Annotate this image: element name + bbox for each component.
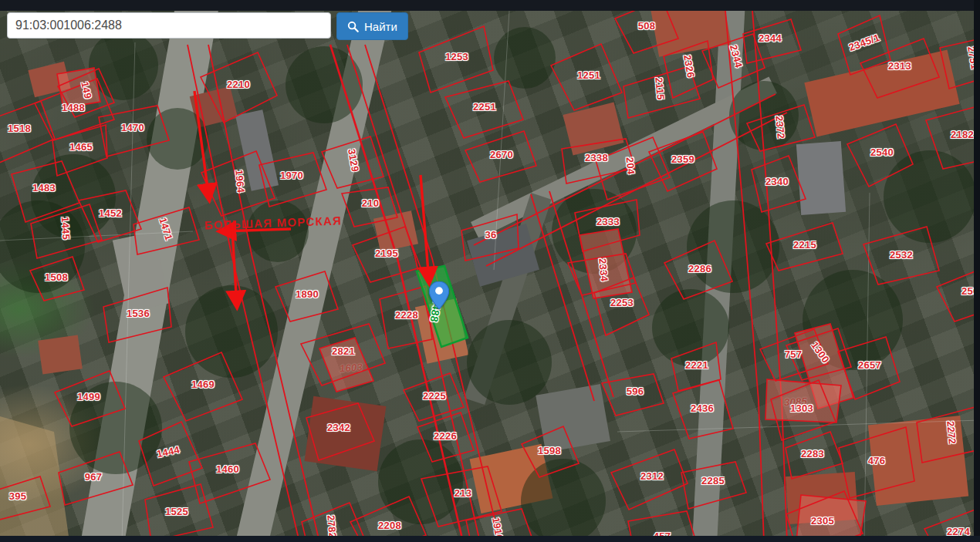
parcel-label: 395 <box>9 491 27 501</box>
parcel-label: 2359 <box>671 154 694 164</box>
top-chrome-bar <box>0 0 980 11</box>
parcel-label: 2372 <box>774 115 786 139</box>
parcel-label: 2342 <box>327 422 350 433</box>
parcel-label: 1253 <box>445 52 468 62</box>
parcel-label: 1452 <box>99 208 122 218</box>
parcel-label: 2228 <box>395 310 418 320</box>
parcel-label: 2340 <box>765 177 789 187</box>
parcel-label: 2195 <box>375 248 398 258</box>
parcel-label: 2312 <box>640 471 664 481</box>
parcel-label: 2334 <box>597 258 610 281</box>
parcel-label: 2182 <box>951 130 974 140</box>
parcel-label: 2221 <box>685 360 708 370</box>
cadastral-number-input[interactable] <box>7 12 331 39</box>
parcel-label: 2274 <box>947 527 970 537</box>
search-button-label: Найти <box>364 20 397 33</box>
parcel-label: 2285 <box>701 476 725 486</box>
magnifier-icon <box>347 21 359 32</box>
parcel-label: 2333 <box>596 217 620 227</box>
parcel-label: 1303 <box>790 403 813 413</box>
parcel-label: 2313 <box>888 61 911 71</box>
parcel-label: 508 <box>638 21 656 31</box>
parcel-label: 1525 <box>165 507 188 517</box>
parcel-label: 1970 <box>280 170 303 180</box>
search-button[interactable]: Найти <box>336 12 408 40</box>
parcel-label: 2670 <box>490 150 513 160</box>
parcel-label: 1469 <box>191 379 215 389</box>
parcel-label: 2657 <box>858 360 881 370</box>
parcel-label: 204 <box>625 157 637 175</box>
parcel-label: 1598 <box>538 446 561 456</box>
parcel-label: 2532 <box>890 250 913 260</box>
parcel-label: 476 <box>868 456 886 466</box>
parcel-label: 1890 <box>296 289 319 299</box>
parcel-label: 36 <box>485 230 496 240</box>
parcel-label: 1518 <box>8 123 31 133</box>
cadastral-map-app: 1491488151814701465148314521445147122101… <box>0 0 980 542</box>
search-bar: Найти <box>7 12 408 40</box>
bottom-chrome-bar <box>0 536 980 542</box>
parcel-label: 2208 <box>378 520 401 530</box>
parcel-label: 1460 <box>216 464 239 474</box>
parcel-label: 596 <box>627 386 644 396</box>
parcel-label: 2225 <box>423 391 446 401</box>
parcel-label: 2782 <box>326 514 338 538</box>
parcel-label: 2540 <box>870 147 894 157</box>
parcel-label: 1964 <box>234 169 246 193</box>
parcel-label: 213 <box>455 488 472 498</box>
parcel-label: 1603 <box>340 362 363 373</box>
parcel-label: 1536 <box>127 308 150 318</box>
parcel-label: 1483 <box>32 183 56 193</box>
parcel-label: 1508 <box>45 272 68 282</box>
location-pin-icon <box>429 281 449 309</box>
parcel-label: 2251 <box>473 102 496 112</box>
parcel-label: 2210 <box>227 79 250 89</box>
parcel-label: 2436 <box>691 403 714 413</box>
parcel-label: 1470 <box>121 123 144 133</box>
parcel-label: 2226 <box>434 431 457 441</box>
parcel-label: 1465 <box>69 142 93 152</box>
parcel-label: 1445 <box>60 217 72 241</box>
parcel-label: 2344 <box>759 33 782 43</box>
parcel-label: 2115 <box>654 77 666 100</box>
parcel-label: 2215 <box>793 240 816 250</box>
parcel-label: 2283 <box>801 449 824 459</box>
parcel-label: 967 <box>85 472 103 482</box>
parcel-label: 1488 <box>62 103 85 113</box>
parcel-label: 2272 <box>945 420 958 444</box>
parcel-label: 2253 <box>610 298 634 308</box>
parcel-label: 757 <box>785 349 803 359</box>
parcel-label: 2821 <box>332 346 355 356</box>
parcel-label: 2305 <box>811 516 834 526</box>
parcel-label: 2338 <box>585 153 608 163</box>
parcel-label: 210 <box>362 198 380 208</box>
parcel-label: 1499 <box>77 392 100 402</box>
cadastral-overlay <box>0 0 980 542</box>
right-chrome-bar <box>974 0 980 542</box>
parcel-label: 1251 <box>577 70 600 80</box>
parcel-label: 2286 <box>688 264 711 274</box>
annotation-arrow <box>421 175 429 282</box>
